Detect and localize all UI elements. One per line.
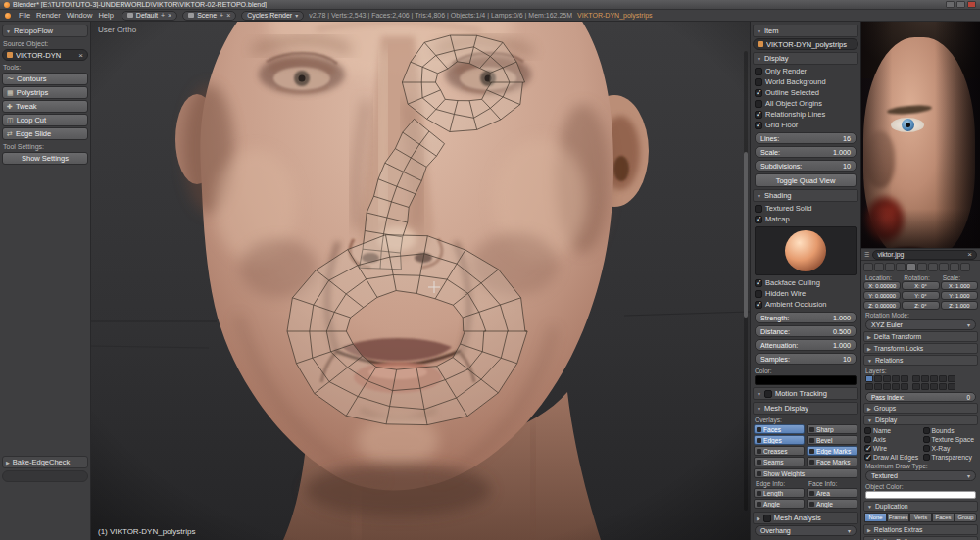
number-field[interactable]: Subdivisions: 10 — [755, 160, 857, 172]
menu-item[interactable]: Help — [95, 11, 116, 20]
matcap-preview[interactable] — [755, 226, 857, 275]
checkbox[interactable] — [864, 454, 871, 461]
overlay-toggle[interactable]: Face Marks — [807, 457, 858, 466]
tool-button[interactable]: ⇄ Edge Slide — [2, 127, 88, 140]
location-field[interactable]: X: 0.00000 — [863, 281, 901, 290]
properties-tab[interactable] — [917, 263, 927, 271]
rotation-field[interactable]: X: 0° — [902, 281, 939, 290]
draw-type-dropdown[interactable]: Textured — [865, 470, 976, 481]
checkbox-row[interactable]: Backface Culling — [753, 277, 858, 288]
properties-tab[interactable] — [960, 263, 970, 271]
viewport-3d[interactable]: User Ortho (1) VIKTOR-DYN_polystrips — [91, 22, 750, 540]
checkbox[interactable] — [755, 111, 762, 119]
face-info-toggle[interactable]: Area — [807, 488, 858, 498]
layer-toggle[interactable] — [901, 375, 908, 382]
layer-toggle[interactable] — [921, 383, 929, 390]
checkbox-row[interactable]: World Background — [753, 76, 858, 87]
layer-toggle[interactable] — [939, 383, 947, 390]
screen-layout-field[interactable]: Default — [122, 11, 177, 21]
layer-toggle[interactable] — [874, 383, 882, 390]
checkbox[interactable] — [755, 122, 762, 129]
layer-toggle[interactable] — [865, 375, 873, 382]
clear-source-icon[interactable] — [78, 51, 83, 60]
checkbox[interactable] — [755, 89, 762, 97]
number-field[interactable]: Strength: 1.000 — [755, 312, 857, 323]
checkbox-row[interactable]: Grid Floor — [753, 120, 858, 130]
checkbox[interactable] — [755, 279, 762, 287]
layer-toggle[interactable] — [912, 375, 920, 382]
checkbox-row[interactable]: Draw All Edges — [863, 453, 920, 462]
menu-item[interactable]: Render — [33, 11, 64, 20]
add-scene-icon[interactable] — [220, 12, 223, 19]
object-color-swatch[interactable] — [865, 491, 976, 499]
duplication-option[interactable]: Faces — [932, 513, 955, 522]
tool-button[interactable]: ◫ Loop Cut — [2, 114, 88, 126]
ambient-occlusion-row[interactable]: Ambient Occlusion — [753, 299, 858, 310]
layer-toggle[interactable] — [883, 375, 891, 382]
layer-toggle[interactable] — [892, 383, 900, 390]
checkbox-row[interactable]: Texture Space — [922, 435, 979, 444]
blender-menu-icon[interactable] — [5, 13, 11, 19]
location-field[interactable]: Y: 0.00000 — [863, 291, 901, 300]
overlay-toggle[interactable]: Creases — [754, 446, 805, 456]
checkbox[interactable] — [864, 445, 871, 452]
edge-info-toggle[interactable]: Length — [754, 488, 805, 498]
layer-toggle[interactable] — [930, 383, 938, 390]
overlay-toggle[interactable]: Bevel — [807, 435, 858, 445]
properties-tab[interactable] — [950, 263, 959, 271]
face-info-toggle[interactable]: Angle — [807, 499, 858, 509]
scene-field[interactable]: Scene — [182, 11, 236, 21]
close-layout-icon[interactable] — [168, 12, 172, 19]
menu-item[interactable]: File — [16, 11, 33, 20]
location-field[interactable]: Z: 0.00000 — [863, 301, 901, 310]
checkbox[interactable] — [755, 216, 762, 223]
collapsed-panel[interactable]: Transform Locks — [863, 343, 978, 354]
scale-field[interactable]: X: 1.000 — [941, 281, 978, 290]
number-field[interactable]: Attenuation: 1.000 — [755, 339, 857, 351]
overlay-toggle[interactable]: Sharp — [807, 424, 858, 434]
tool-button[interactable]: ▦ Polystrips — [2, 86, 88, 99]
properties-tab[interactable] — [906, 263, 916, 271]
properties-tab[interactable] — [863, 263, 873, 271]
checkbox-row[interactable]: X-Ray — [922, 444, 979, 453]
render-engine-dropdown[interactable]: Cycles Render — [241, 11, 304, 21]
checkbox[interactable] — [764, 390, 772, 398]
overlay-toggle[interactable]: Faces — [754, 424, 805, 434]
tool-button[interactable]: ✚ Tweak — [2, 100, 88, 113]
checkbox[interactable] — [755, 290, 762, 298]
add-layout-icon[interactable] — [161, 12, 165, 19]
properties-tab[interactable] — [874, 263, 884, 271]
duplication-option[interactable]: Frames — [887, 513, 909, 522]
display-panel-header[interactable]: Display — [753, 52, 858, 65]
close-button[interactable] — [967, 1, 976, 8]
checkbox-row[interactable]: Outline Selected — [753, 87, 858, 98]
checkbox[interactable] — [923, 436, 930, 443]
checkbox-row[interactable]: Bounds — [922, 426, 979, 435]
duplication-option[interactable]: None — [864, 513, 887, 522]
collapsed-panel[interactable]: Motion Paths — [863, 536, 978, 540]
layer-toggle[interactable] — [921, 375, 929, 382]
retopoflow-panel-header[interactable]: RetopoFlow — [2, 25, 88, 37]
number-field[interactable]: Lines: 16 — [755, 132, 857, 144]
layer-toggle[interactable] — [874, 375, 882, 382]
checkbox-row[interactable]: Only Render — [753, 66, 858, 76]
mesh-display-panel-header[interactable]: Mesh Display — [753, 402, 858, 415]
show-weights-toggle[interactable]: Show Weights — [754, 468, 858, 478]
scale-field[interactable]: Z: 1.000 — [941, 301, 978, 310]
edge-info-toggle[interactable]: Angle — [754, 499, 805, 509]
bake-edgecheck-panel-header[interactable]: Bake-EdgeCheck — [2, 456, 88, 468]
source-object-field[interactable]: VIKTOR-DYN — [2, 49, 88, 61]
properties-tab[interactable] — [928, 263, 938, 271]
display-panel-header[interactable]: Display — [863, 415, 978, 425]
tool-button[interactable]: 〜 Contours — [2, 73, 88, 85]
checkbox-row[interactable]: Axis — [863, 435, 920, 444]
checkbox[interactable] — [755, 301, 762, 309]
pass-index-field[interactable]: Pass Index: 0 — [865, 392, 976, 402]
overlay-toggle[interactable]: Edges — [754, 435, 805, 445]
duplication-option[interactable]: Group — [955, 513, 977, 522]
checkbox[interactable] — [755, 68, 762, 75]
checkbox-row[interactable]: All Object Origins — [753, 98, 858, 109]
shading-panel-header[interactable]: Shading — [753, 189, 858, 202]
rotation-mode-dropdown[interactable]: XYZ Euler — [865, 319, 976, 330]
number-field[interactable]: Scale: 1.000 — [755, 146, 857, 158]
